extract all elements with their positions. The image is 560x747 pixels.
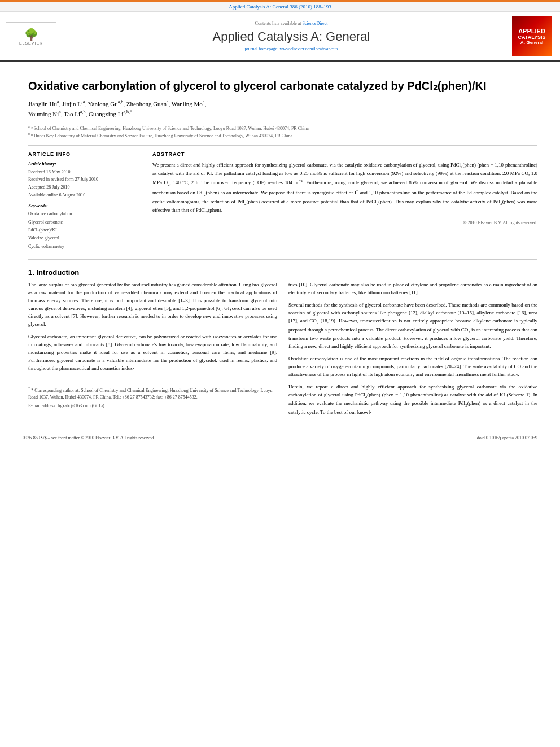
keyword-5: Cyclic voltammetry bbox=[28, 243, 132, 251]
main-content: Oxidative carbonylation of glycerol to g… bbox=[0, 62, 560, 430]
abstract-text: We present a direct and highly efficient… bbox=[152, 161, 537, 216]
journal-homepage: journal homepage: www.elsevier.com/locat… bbox=[245, 46, 338, 51]
copyright-line: © 2010 Elsevier B.V. All rights reserved… bbox=[152, 220, 537, 225]
body-para-3: tries [10]. Glycerol carbonate may also … bbox=[288, 281, 537, 297]
journal-title: Applied Catalysis A: General bbox=[213, 29, 370, 44]
article-dates: Received 16 May 2010 Received in revised… bbox=[28, 168, 132, 199]
keyword-2: Glycerol carbonate bbox=[28, 219, 132, 226]
header-right: APPLIED CATALYSIS A: General bbox=[509, 16, 554, 56]
abstract-section: ABSTRACT We present a direct and highly … bbox=[152, 151, 537, 251]
header-area: 🌳 ELSEVIER Contents lists available at S… bbox=[0, 12, 560, 62]
sciencedirect-link[interactable]: ScienceDirect bbox=[303, 21, 328, 26]
body-col-right: tries [10]. Glycerol carbonate may also … bbox=[288, 281, 537, 421]
issn-text: 0926-860X/$ – see front matter © 2010 El… bbox=[23, 435, 155, 440]
journal-reference: Applied Catalysis A: General 386 (2010) … bbox=[229, 4, 331, 10]
affiliations: a ᵃ School of Chemistry and Chemical Eng… bbox=[28, 124, 537, 139]
bottom-bar: 0926-860X/$ – see front matter © 2010 El… bbox=[0, 433, 560, 443]
affil-a: a ᵃ School of Chemistry and Chemical Eng… bbox=[28, 124, 537, 132]
journal-link-bar: Applied Catalysis A: General 386 (2010) … bbox=[0, 2, 560, 12]
body-para-2: Glycerol carbonate, an important glycero… bbox=[28, 333, 277, 373]
footnote-email: E-mail address: ligxabc@163.com (G. Li). bbox=[28, 403, 277, 409]
header-center: Contents lists available at ScienceDirec… bbox=[79, 16, 504, 56]
body-col-left: The large surplus of bio-glycerol genera… bbox=[28, 281, 277, 421]
catalysis-logo-detail: A: General bbox=[520, 40, 543, 45]
elsevier-label: ELSEVIER bbox=[19, 41, 43, 45]
elsevier-tree-icon: 🌳 bbox=[24, 28, 38, 41]
date-accepted: Accepted 28 July 2010 bbox=[28, 184, 132, 191]
homepage-url[interactable]: www.elsevier.com/locate/apcata bbox=[279, 46, 338, 51]
homepage-label: journal homepage: bbox=[245, 46, 279, 51]
keyword-3: PdCl₂(phen)/KI bbox=[28, 226, 132, 234]
article-info-heading: ARTICLE INFO bbox=[28, 151, 132, 157]
keywords-label: Keywords: bbox=[28, 203, 132, 208]
body-para-6: Herein, we report a direct and highly ef… bbox=[288, 383, 537, 417]
footnote-area: * * Corresponding author at: School of C… bbox=[28, 381, 277, 409]
catalysis-logo-subtext: CATALYSIS bbox=[518, 34, 546, 40]
affil-b: b ᵇ Hubei Key Laboratory of Material Che… bbox=[28, 132, 537, 139]
footnote-star: * * Corresponding author at: School of C… bbox=[28, 386, 277, 401]
divider-2 bbox=[28, 259, 537, 260]
contents-label: Contents lists available at bbox=[255, 21, 301, 26]
info-section: ARTICLE INFO Article history: Received 1… bbox=[28, 151, 537, 251]
divider-1 bbox=[28, 145, 537, 146]
article-history-label: Article history: bbox=[28, 161, 132, 167]
date-revised: Received in revised form 27 July 2010 bbox=[28, 176, 132, 184]
keyword-4: Valorize glycerol bbox=[28, 234, 132, 242]
abstract-heading: ABSTRACT bbox=[152, 151, 537, 157]
authors: Jianglin Hua, Jinjin Lia, Yanlong Gua,b,… bbox=[28, 99, 537, 120]
keywords-list: Oxidative carbonylation Glycerol carbona… bbox=[28, 210, 132, 251]
doi-text: doi:10.1016/j.apcata.2010.07.059 bbox=[477, 435, 537, 440]
catalysis-logo-text: APPLIED bbox=[518, 28, 545, 34]
body-para-5: Oxidative carbonylation is one of the mo… bbox=[288, 355, 537, 379]
keyword-1: Oxidative carbonylation bbox=[28, 210, 132, 218]
header-left: 🌳 ELSEVIER bbox=[6, 16, 73, 56]
body-para-4: Several methods for the synthesis of gly… bbox=[288, 302, 537, 351]
article-info: ARTICLE INFO Article history: Received 1… bbox=[28, 151, 141, 251]
keywords-section: Keywords: Oxidative carbonylation Glycer… bbox=[28, 203, 132, 251]
elsevier-logo: 🌳 ELSEVIER bbox=[6, 22, 56, 50]
body-para-1: The large surplus of bio-glycerol genera… bbox=[28, 281, 277, 329]
catalysis-logo: APPLIED CATALYSIS A: General bbox=[512, 16, 552, 56]
date-online: Available online 6 August 2010 bbox=[28, 191, 132, 199]
article-title: Oxidative carbonylation of glycerol to g… bbox=[28, 78, 537, 93]
contents-line: Contents lists available at ScienceDirec… bbox=[255, 21, 328, 26]
intro-heading: 1. Introduction bbox=[28, 268, 537, 277]
body-columns: The large surplus of bio-glycerol genera… bbox=[28, 281, 537, 421]
date-received: Received 16 May 2010 bbox=[28, 168, 132, 176]
